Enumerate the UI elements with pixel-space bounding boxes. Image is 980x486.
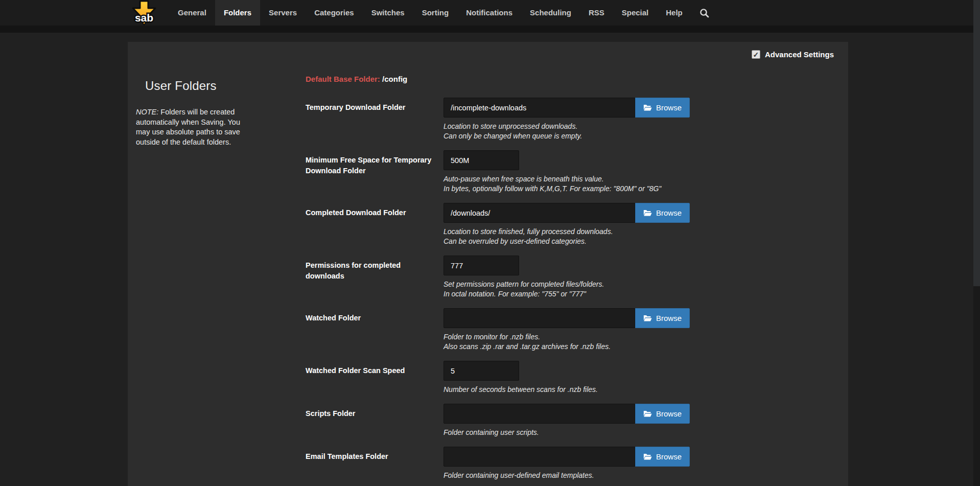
field-area: Browse Location to store unprocessed dow… <box>444 98 832 141</box>
nav-item-general[interactable]: General <box>169 0 215 26</box>
browse-button[interactable]: Browse <box>635 308 690 328</box>
svg-text:sab: sab <box>135 12 153 24</box>
help-line: Location to store unprocessed downloads. <box>444 122 832 131</box>
browse-label: Browse <box>656 409 682 418</box>
folder-input[interactable] <box>444 98 635 118</box>
note-prefix: NOTE: <box>136 108 158 116</box>
sabnzbd-logo[interactable]: sab <box>126 0 162 26</box>
folder-input[interactable] <box>444 404 635 424</box>
field-area: Browse Folder containing user-defined em… <box>444 447 832 480</box>
nav-item-switches[interactable]: Switches <box>363 0 413 26</box>
base-folder-value: /config <box>382 75 407 83</box>
browse-button[interactable]: Browse <box>635 98 690 118</box>
field-label: Permissions for completed downloads <box>306 256 444 299</box>
page-scrollbar-thumb[interactable] <box>973 0 980 286</box>
folder-open-icon <box>643 453 652 460</box>
help-text: Folder containing user scripts. <box>444 428 832 437</box>
browse-label: Browse <box>656 103 682 112</box>
folder-input[interactable] <box>444 150 519 170</box>
advanced-settings-checkbox[interactable]: ✓ <box>752 50 760 59</box>
nav-items: GeneralFoldersServersCategoriesSwitchesS… <box>169 0 691 26</box>
top-navbar: sab GeneralFoldersServersCategoriesSwitc… <box>0 0 980 33</box>
field-area: Browse Folder to monitor for .nzb files.… <box>444 308 832 352</box>
help-line: Set permissions pattern for completed fi… <box>444 280 832 289</box>
field-label: Email Templates Folder <box>306 447 444 480</box>
browse-label: Browse <box>656 314 682 322</box>
help-line: Can only be changed when queue is empty. <box>444 131 832 141</box>
default-base-folder: Default Base Folder: /config <box>306 74 832 84</box>
help-line: Auto-pause when free space is beneath th… <box>444 174 832 184</box>
nav-item-servers[interactable]: Servers <box>260 0 306 26</box>
form-row: Completed Download Folder Browse Locatio… <box>306 203 832 246</box>
config-panel: ✓ Advanced Settings User Folders NOTE: F… <box>128 42 848 486</box>
form-row: Email Templates Folder Browse Folder con… <box>306 447 832 480</box>
help-text: Number of seconds between scans for .nzb… <box>444 385 832 395</box>
folder-input[interactable] <box>444 361 519 381</box>
field-area: Browse Folder containing user scripts. <box>444 404 832 437</box>
section-sidebar: User Folders NOTE: Folders will be creat… <box>136 79 254 147</box>
folder-open-icon <box>643 209 652 217</box>
check-icon: ✓ <box>753 51 759 58</box>
browse-label: Browse <box>656 452 682 461</box>
form-row: Permissions for completed downloads Set … <box>306 256 832 299</box>
browse-button[interactable]: Browse <box>635 447 690 467</box>
page-title: User Folders <box>136 79 254 93</box>
nav-item-special[interactable]: Special <box>613 0 658 26</box>
folder-input[interactable] <box>444 308 635 328</box>
help-line: Can be overruled by user-defined categor… <box>444 237 832 246</box>
folder-input[interactable] <box>444 203 635 223</box>
folder-input[interactable] <box>444 447 635 467</box>
help-line: In bytes, optionally follow with K,M,G,T… <box>444 184 832 194</box>
nav-item-notifications[interactable]: Notifications <box>457 0 521 26</box>
help-line: Number of seconds between scans for .nzb… <box>444 385 832 395</box>
help-text: Location to store finished, fully proces… <box>444 227 832 246</box>
nav-item-scheduling[interactable]: Scheduling <box>521 0 580 26</box>
help-line: Folder to monitor for .nzb files. <box>444 332 832 342</box>
field-label: Watched Folder <box>306 308 444 352</box>
nav-item-sorting[interactable]: Sorting <box>413 0 458 26</box>
sab-arrow-icon: sab <box>129 0 159 26</box>
help-text: Location to store unprocessed downloads.… <box>444 122 832 141</box>
form-rows: Temporary Download Folder Browse Locatio… <box>306 98 832 480</box>
folder-input[interactable] <box>444 256 519 275</box>
field-area: Set permissions pattern for completed fi… <box>444 256 832 299</box>
field-area: Browse Location to store finished, fully… <box>444 203 832 246</box>
field-label: Completed Download Folder <box>306 203 444 246</box>
folders-form: Default Base Folder: /config Temporary D… <box>306 74 832 486</box>
help-text: Folder to monitor for .nzb files.Also sc… <box>444 332 832 352</box>
form-row: Watched Folder Scan Speed Number of seco… <box>306 361 832 395</box>
field-label: Minimum Free Space for Temporary Downloa… <box>306 150 444 194</box>
browse-button[interactable]: Browse <box>635 203 690 223</box>
folder-open-icon <box>643 410 652 418</box>
section-note: NOTE: Folders will be created automatica… <box>136 107 254 147</box>
search-button[interactable] <box>691 0 717 26</box>
base-folder-label: Default Base Folder: <box>306 75 380 83</box>
advanced-settings-label[interactable]: Advanced Settings <box>765 50 834 59</box>
help-text: Set permissions pattern for completed fi… <box>444 280 832 299</box>
nav-item-help[interactable]: Help <box>657 0 691 26</box>
help-text: Auto-pause when free space is beneath th… <box>444 174 832 194</box>
form-row: Temporary Download Folder Browse Locatio… <box>306 98 832 141</box>
advanced-settings-toggle[interactable]: ✓ Advanced Settings <box>752 50 834 59</box>
form-row: Watched Folder Browse Folder to monitor … <box>306 308 832 352</box>
form-row: Scripts Folder Browse Folder containing … <box>306 404 832 437</box>
field-label: Scripts Folder <box>306 404 444 437</box>
nav-item-rss[interactable]: RSS <box>580 0 613 26</box>
browse-label: Browse <box>656 209 682 217</box>
nav-item-folders[interactable]: Folders <box>215 0 260 26</box>
help-line: Location to store finished, fully proces… <box>444 227 832 237</box>
nav-item-categories[interactable]: Categories <box>306 0 363 26</box>
page-scrollbar-track[interactable] <box>973 0 980 486</box>
help-line: Also scans .zip .rar and .tar.gz archive… <box>444 342 832 352</box>
help-line: In octal notation. For example: "755" or… <box>444 289 832 299</box>
field-area: Number of seconds between scans for .nzb… <box>444 361 832 395</box>
field-area: Auto-pause when free space is beneath th… <box>444 150 832 194</box>
browse-button[interactable]: Browse <box>635 404 690 424</box>
help-line: Folder containing user-defined email tem… <box>444 471 832 480</box>
help-text: Folder containing user-defined email tem… <box>444 471 832 480</box>
search-icon <box>699 8 709 18</box>
help-line: Folder containing user scripts. <box>444 428 832 437</box>
form-row: Minimum Free Space for Temporary Downloa… <box>306 150 832 194</box>
folder-open-icon <box>643 314 652 322</box>
field-label: Temporary Download Folder <box>306 98 444 141</box>
